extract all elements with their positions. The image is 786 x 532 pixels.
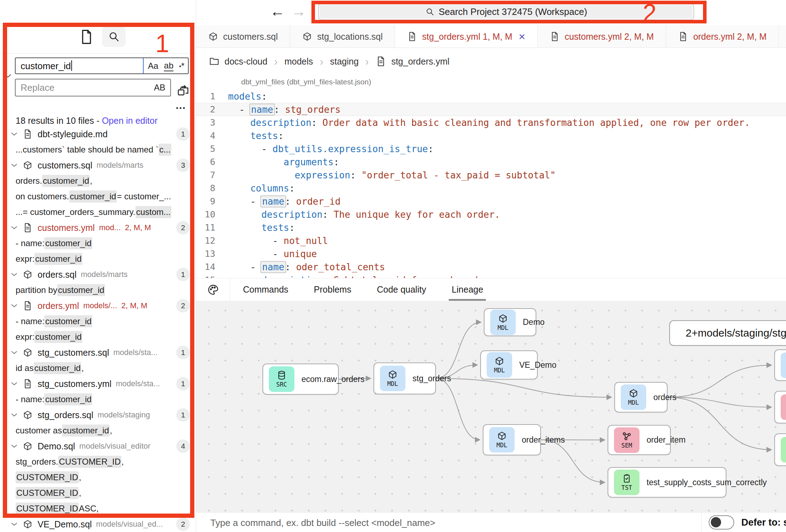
tab-stg_locations.sql[interactable]: stg_locations.sql [290,25,395,48]
code-line[interactable]: 5 - dbt_utils.expression_is_true: [196,142,786,155]
search-result-line[interactable]: orders.customer_id, [0,173,196,189]
chevron-down-icon[interactable] [10,348,18,357]
lineage-node-order_item[interactable]: SEMorder_item [608,425,671,455]
lineage-node-stg_orders[interactable]: MDLstg_orders [373,362,436,394]
search-result-line[interactable]: ...= customer_orders_summary.custom... [0,204,196,220]
back-arrow-icon[interactable]: ← [270,3,285,20]
match-count-badge: 1 [176,268,190,281]
panel-tab-lineage[interactable]: Lineage [439,278,496,301]
search-result-file-row[interactable]: stg_customers.ymlmodels/sta...1 [0,376,196,392]
code-line[interactable]: 2 - name: stg_orders [196,103,786,116]
breadcrumb-item[interactable]: staging [330,56,359,67]
code-line[interactable]: 13 - unique [196,247,786,260]
search-result-line[interactable]: expr: customer_id [0,329,196,345]
replace-all-icon[interactable] [177,84,190,97]
code-line[interactable]: 6 arguments: [196,155,786,168]
lineage-node-raw_orders[interactable]: SRCecom.raw_orders [262,364,339,395]
search-result-line[interactable]: on customers.customer_id = customer_... [0,189,196,204]
search-result-line[interactable]: CUSTOMER_ID, [0,485,196,501]
chevron-down-icon[interactable] [3,71,13,81]
chevron-down-icon[interactable] [10,379,18,388]
close-icon[interactable]: × [519,31,525,42]
search-result-line[interactable]: - name: customer_id [0,392,196,407]
search-result-line[interactable]: customer as customer_id, [0,423,196,438]
search-result-line[interactable]: CUSTOMER_ID, [0,470,196,485]
more-options-button[interactable]: … [175,99,187,111]
chevron-down-icon[interactable] [10,520,18,528]
code-editor[interactable]: dbt_yml_files (dbt_yml_files-latest.json… [196,75,786,278]
code-line[interactable]: 9 - name: order_id [196,195,786,208]
code-line[interactable]: 15 description: Subtotal paid for each o… [196,273,786,278]
lineage-canvas[interactable]: SRCecom.raw_ordersMDLstg_ordersMDLDemoMD… [196,301,786,512]
code-line[interactable]: 4 tests: [196,129,786,142]
chevron-down-icon[interactable] [10,270,18,279]
search-result-file-row[interactable]: Demo.sqlmodels/visual_editor4 [0,438,196,454]
chevron-down-icon[interactable] [10,161,18,170]
code-line[interactable]: 8 columns: [196,182,786,195]
search-result-line[interactable]: partition by customer_id [0,282,196,298]
tab-customers.sql[interactable]: customers.sql [196,25,290,48]
chevron-down-icon[interactable] [10,130,18,138]
lineage-node-order_items[interactable]: MDLorder_items [483,424,541,455]
lineage-node-test_node[interactable]: TSTtest_supply_costs_sum_correctly [608,467,726,498]
chevron-down-icon[interactable] [10,223,18,232]
lineage-node-ve_demo[interactable]: MDLVE_Demo [480,350,538,379]
open-in-editor-link[interactable]: Open in editor [102,116,157,126]
code-line[interactable]: 3 description: Order data with basic cle… [196,116,786,129]
match-case-button[interactable]: Aa [148,61,158,71]
code-line[interactable]: 10 description: The unique key for each … [196,208,786,221]
search-result-file-row[interactable]: orders.ymlmodels/...2, M, M2 [0,298,196,314]
panel-tab-code-quality[interactable]: Code quality [364,278,439,301]
search-panel-button[interactable] [102,26,126,47]
chevron-down-icon[interactable] [10,301,18,310]
lineage-node-demo[interactable]: MDLDemo [484,308,536,336]
code-line[interactable]: 12 - not_null [196,234,786,247]
tab-customers.yml[interactable]: customers.yml 2, M, M [538,25,666,48]
search-result-file-row[interactable]: stg_orders.sqlmodels/staging1 [0,407,196,423]
search-result-file-row[interactable]: dbt-styleguide.md1 [0,126,196,142]
search-result-file-row[interactable]: orders.sqlmodels/marts1 [0,267,196,282]
breadcrumb-item[interactable]: docs-cloud [225,56,267,67]
lineage-node-p_mdl[interactable]: MDL [774,349,786,381]
command-input[interactable]: Type a command, ex. dbt build --select <… [210,517,435,528]
search-result-file-row[interactable]: VE_Demo.sqlmodels/visual_ed...2 [0,516,196,532]
code-line[interactable]: 7 expression: "order_total - tax_paid = … [196,168,786,182]
lineage-node-p_sem[interactable]: SEM [774,391,786,423]
chevron-down-icon[interactable] [10,411,18,419]
search-result-line[interactable]: id as customer_id, [0,360,196,376]
theme-palette-icon[interactable] [196,278,230,301]
defer-toggle[interactable] [709,515,734,530]
search-result-line[interactable]: stg_orders.CUSTOMER_ID, [0,454,196,470]
lineage-edge [436,378,480,440]
mdl-badge: MDL [380,366,405,391]
search-result-file-row[interactable]: customers.ymlmod...2, M, M2 [0,220,196,235]
forward-arrow-icon[interactable]: → [291,3,306,20]
tab-stg_orders.yml[interactable]: stg_orders.yml 1, M, M× [395,25,538,48]
lineage-node-orders[interactable]: MDLorders [614,382,668,412]
match-count-badge: 1 [176,127,190,141]
breadcrumb-item[interactable]: models [284,56,313,67]
regex-button[interactable]: ▪* [179,61,184,71]
project-search-bar[interactable]: Search Project 372475 (Workspace) [318,3,694,20]
tab-orders.yml[interactable]: orders.yml 2, M, M [666,25,779,48]
search-result-file-row[interactable]: customers.sqlmodels/marts3 [0,157,196,173]
search-result-file-row[interactable]: stg_customers.sqlmodels/sta...1 [0,345,196,360]
code-line[interactable]: 1models: [196,90,786,103]
search-result-line[interactable]: - name: customer_id [0,314,196,329]
search-result-line[interactable]: - name: customer_id [0,235,196,251]
search-result-line[interactable]: CUSTOMER_ID ASC, [0,501,196,516]
whole-word-button[interactable]: ab [164,61,173,71]
preserve-case-button[interactable]: AB [154,83,165,93]
search-result-line[interactable]: expr: customer_id [0,251,196,267]
search-result-line[interactable]: ...customers` table should be named `c..… [0,142,196,157]
panel-tab-commands[interactable]: Commands [230,278,301,301]
files-panel-icon[interactable] [79,28,94,45]
chevron-down-icon[interactable] [10,442,18,450]
lineage-node-p_tst[interactable]: TST [774,433,786,466]
panel-tab-problems[interactable]: Problems [301,278,364,301]
search-input[interactable]: customer_id Aa ab ▪* [15,57,189,74]
replace-input[interactable]: Replace AB [15,79,171,96]
code-line[interactable]: 11 tests: [196,221,786,234]
code-line[interactable]: 14 - name: oder_total_cents [196,260,786,273]
lineage-node-group_node[interactable]: 2+models/staging/stg_or [669,320,786,346]
